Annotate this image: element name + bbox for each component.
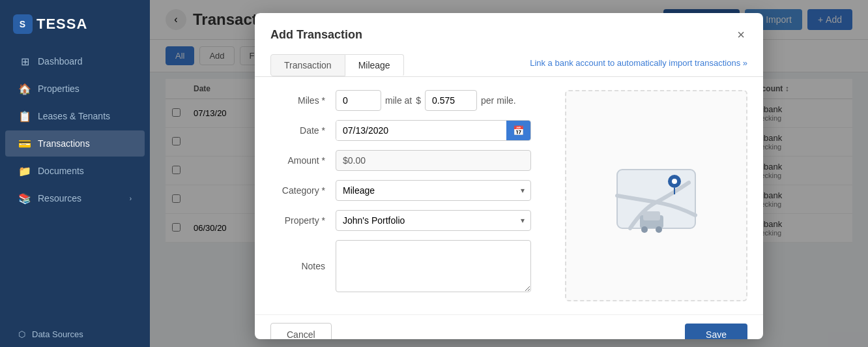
- svg-rect-2: [643, 211, 660, 220]
- dashboard-icon: ⊞: [18, 55, 31, 68]
- sidebar-datasources-label: Data Sources: [32, 329, 83, 339]
- date-input[interactable]: [336, 121, 506, 140]
- property-select-wrapper: John's Portfolio ▾: [336, 210, 531, 231]
- sidebar-nav: ⊞ Dashboard 🏠 Properties 📋 Leases & Tena…: [0, 47, 150, 322]
- datasources-icon: ⬡: [18, 329, 25, 339]
- map-illustration-area: [565, 90, 747, 301]
- notes-textarea[interactable]: [336, 240, 531, 292]
- dialog-footer: Cancel Save: [255, 314, 763, 339]
- amount-input[interactable]: [336, 150, 531, 171]
- logo-icon: S: [13, 14, 33, 34]
- sidebar-item-label: Resources: [38, 193, 81, 204]
- miles-input-group: mile at $ per mile.: [336, 90, 516, 111]
- resources-icon: 📚: [18, 192, 31, 205]
- amount-row: Amount *: [270, 150, 552, 171]
- sidebar-item-transactions[interactable]: 💳 Transactions: [5, 130, 145, 157]
- svg-point-6: [672, 179, 677, 184]
- miles-row: Miles * mile at $ per mile.: [270, 90, 552, 111]
- logo: S TESSA: [0, 7, 150, 47]
- dialog-header: Add Transaction ×: [255, 13, 763, 45]
- dialog-title: Add Transaction: [270, 28, 362, 42]
- sidebar-item-dashboard[interactable]: ⊞ Dashboard: [5, 48, 145, 74]
- transactions-icon: 💳: [18, 137, 31, 150]
- svg-point-3: [641, 226, 648, 233]
- amount-label: Amount *: [270, 155, 336, 166]
- chevron-right-icon: ›: [130, 195, 132, 202]
- dollar-prefix: $: [416, 95, 421, 106]
- cancel-button[interactable]: Cancel: [270, 323, 332, 339]
- date-label: Date *: [270, 125, 336, 136]
- properties-icon: 🏠: [18, 82, 31, 95]
- logo-text: TESSA: [36, 16, 87, 33]
- date-row: Date * 📅: [270, 120, 552, 141]
- property-label: Property *: [270, 215, 336, 226]
- sidebar-item-resources[interactable]: 📚 Resources ›: [5, 185, 145, 211]
- tab-transaction[interactable]: Transaction: [270, 54, 345, 76]
- documents-icon: 📁: [18, 164, 31, 177]
- miles-label: Miles *: [270, 95, 336, 106]
- form-area: Miles * mile at $ per mile. Date *: [270, 90, 552, 301]
- map-illustration: [604, 143, 708, 248]
- sidebar-item-label: Transactions: [38, 138, 90, 149]
- category-select-wrapper: Mileage ▾: [336, 180, 531, 201]
- miles-at-text: mile at: [385, 95, 412, 106]
- dialog-overlay: Add Transaction × Transaction Mileage Li…: [150, 0, 868, 347]
- miles-input[interactable]: [336, 90, 381, 111]
- tab-mileage[interactable]: Mileage: [345, 54, 404, 76]
- sidebar-item-label: Leases & Tenants: [38, 111, 110, 121]
- sidebar-item-properties[interactable]: 🏠 Properties: [5, 76, 145, 102]
- map-svg: [604, 143, 708, 248]
- save-button[interactable]: Save: [685, 324, 747, 339]
- sidebar-item-datasources[interactable]: ⬡ Data Sources: [5, 323, 145, 346]
- sidebar-item-label: Documents: [38, 166, 84, 176]
- calendar-icon[interactable]: 📅: [506, 121, 530, 140]
- sidebar-item-leases[interactable]: 📋 Leases & Tenants: [5, 103, 145, 129]
- dialog-body: Miles * mile at $ per mile. Date *: [255, 77, 763, 314]
- bank-link[interactable]: Link a bank account to automatically imp…: [530, 58, 747, 73]
- per-mile-text: per mile.: [481, 95, 516, 106]
- category-row: Category * Mileage ▾: [270, 180, 552, 201]
- date-input-wrapper: 📅: [336, 120, 531, 141]
- close-button[interactable]: ×: [734, 25, 747, 45]
- notes-label: Notes: [270, 261, 336, 271]
- property-select[interactable]: John's Portfolio: [336, 210, 531, 231]
- sidebar-item-label: Properties: [38, 83, 80, 94]
- main-content: ‹ Transactions 📄 Reports ▾ ⬆ Import + Ad…: [150, 0, 868, 347]
- property-row: Property * John's Portfolio ▾: [270, 210, 552, 231]
- leases-icon: 📋: [18, 110, 31, 123]
- sidebar: S TESSA ⊞ Dashboard 🏠 Properties 📋 Lease…: [0, 0, 150, 347]
- category-label: Category *: [270, 185, 336, 196]
- dialog-tabs: Transaction Mileage Link a bank account …: [255, 45, 763, 77]
- svg-point-4: [656, 226, 662, 233]
- sidebar-item-label: Dashboard: [38, 56, 83, 67]
- category-select[interactable]: Mileage: [336, 180, 531, 201]
- rate-input[interactable]: [425, 90, 477, 111]
- notes-row: Notes: [270, 240, 552, 292]
- add-transaction-dialog: Add Transaction × Transaction Mileage Li…: [255, 13, 763, 339]
- sidebar-item-documents[interactable]: 📁 Documents: [5, 158, 145, 184]
